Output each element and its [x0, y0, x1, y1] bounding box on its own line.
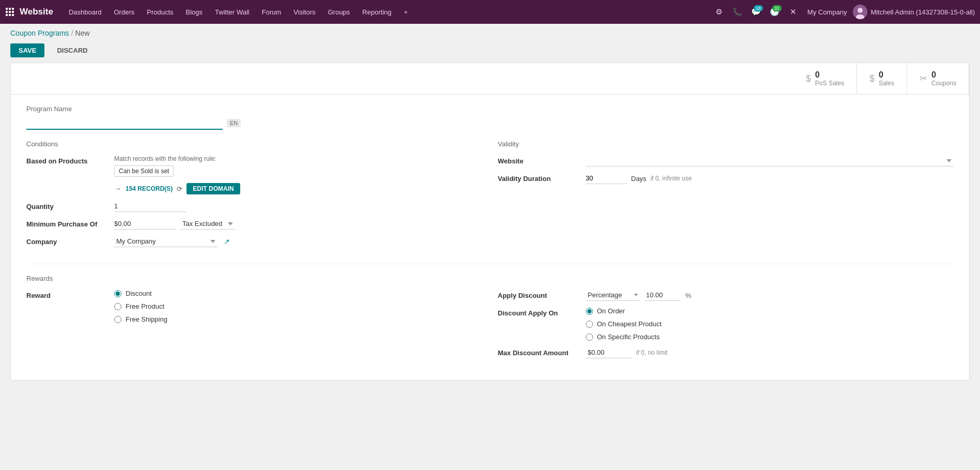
on-specific-radio[interactable] — [586, 333, 593, 341]
close-icon[interactable]: ✕ — [786, 4, 801, 20]
nav-orders[interactable]: Orders — [108, 6, 139, 18]
refresh-icon[interactable]: ⟳ — [177, 185, 182, 193]
svg-rect-4 — [9, 11, 11, 13]
nav-plus[interactable]: + — [399, 6, 413, 18]
validity-section: Validity Website Validity Duration — [498, 140, 954, 253]
program-name-input[interactable] — [26, 116, 223, 130]
reward-free-product-radio[interactable] — [114, 303, 121, 310]
breadcrumb-current: New — [75, 29, 90, 37]
on-cheapest-radio[interactable] — [586, 321, 593, 328]
percent-value-input[interactable] — [644, 290, 680, 301]
on-order-option[interactable]: On Order — [586, 307, 954, 315]
max-discount-label: Max Discount Amount — [498, 347, 581, 357]
quantity-row: Quantity — [26, 201, 483, 212]
nav-blogs[interactable]: Blogs — [181, 6, 208, 18]
nav-dashboard[interactable]: Dashboard — [64, 6, 107, 18]
minimum-purchase-input[interactable] — [114, 218, 176, 230]
reward-free-product-option[interactable]: Free Product — [114, 302, 483, 310]
avatar — [853, 5, 867, 19]
reward-free-shipping-option[interactable]: Free Shipping — [114, 315, 483, 323]
reward-options-control: Discount Free Product Free Shipping — [114, 290, 483, 323]
stat-sales[interactable]: $ 0 Sales — [857, 63, 907, 94]
minimum-purchase-label: Minimum Purchase Of — [26, 218, 109, 228]
pos-sales-icon: $ — [806, 73, 811, 84]
nav-reporting[interactable]: Reporting — [357, 6, 396, 18]
breadcrumb: Coupon Programs / New — [0, 24, 980, 40]
on-order-radio[interactable] — [586, 308, 593, 315]
svg-rect-5 — [12, 11, 14, 13]
save-button[interactable]: SAVE — [10, 43, 44, 57]
records-count[interactable]: 154 RECORD(S) — [126, 185, 173, 192]
nav-products[interactable]: Products — [142, 6, 178, 18]
chat-badge: 18 — [754, 5, 763, 11]
app-title[interactable]: Website — [20, 7, 53, 17]
match-text: Match records with the following rule: — [114, 155, 483, 162]
reward-options-col: Reward Discount Free Product — [26, 290, 483, 365]
svg-rect-7 — [9, 14, 11, 16]
top-nav: Website Dashboard Orders Products Blogs … — [0, 0, 980, 24]
website-select[interactable] — [586, 155, 954, 166]
tax-select[interactable]: Tax Excluded Tax Included — [180, 218, 235, 230]
based-on-products-label: Based on Products — [26, 155, 109, 165]
percentage-type-select[interactable]: Percentage Fixed Amount — [586, 290, 640, 301]
records-row: → 154 RECORD(S) ⟳ EDIT DOMAIN — [114, 183, 483, 194]
max-discount-input[interactable] — [586, 347, 632, 358]
program-name-input-wrapper: EN — [26, 116, 954, 130]
discard-button[interactable]: DISCARD — [49, 43, 96, 57]
on-specific-label: On Specific Products — [597, 333, 660, 341]
max-discount-control: if 0, no limit — [586, 347, 954, 358]
based-on-products-control: Match records with the following rule: C… — [114, 155, 483, 194]
stat-pos-sales[interactable]: $ 0 PoS Sales — [794, 63, 857, 94]
nav-visitors[interactable]: Visitors — [288, 6, 320, 18]
quantity-input[interactable] — [114, 201, 186, 212]
nav-company[interactable]: My Company — [807, 8, 847, 16]
chat-icon[interactable]: 💬 18 — [749, 4, 764, 20]
user-name: Mitchell Admin (14327308-15-0-all) — [870, 8, 975, 16]
nav-user[interactable]: Mitchell Admin (14327308-15-0-all) — [853, 5, 975, 19]
duration-row: Days if 0, infinite use — [586, 173, 954, 184]
duration-input[interactable] — [586, 173, 627, 184]
breadcrumb-separator: / — [71, 29, 73, 37]
settings-icon[interactable]: ⚙ — [711, 4, 727, 20]
on-order-label: On Order — [597, 307, 625, 315]
max-discount-row: Max Discount Amount if 0, no limit — [498, 347, 954, 358]
reward-radio-group: Discount Free Product Free Shipping — [114, 290, 483, 323]
nav-twitter-wall[interactable]: Twitter Wall — [210, 6, 255, 18]
quantity-label: Quantity — [26, 201, 109, 210]
reward-free-shipping-radio[interactable] — [114, 316, 121, 323]
reward-free-shipping-label: Free Shipping — [126, 315, 167, 323]
apply-discount-group: Percentage Fixed Amount % — [586, 290, 954, 301]
company-external-link-icon[interactable]: ↗ — [224, 237, 230, 246]
coupons-label: Coupons — [931, 80, 956, 87]
discount-apply-on-label: Discount Apply On — [498, 307, 581, 317]
reward-discount-option[interactable]: Discount — [114, 290, 483, 297]
arrow-icon: → — [114, 185, 121, 193]
company-label: Company — [26, 236, 109, 246]
svg-rect-0 — [6, 8, 8, 10]
on-specific-option[interactable]: On Specific Products — [586, 333, 954, 341]
website-label: Website — [498, 155, 581, 165]
website-row: Website — [498, 155, 954, 166]
svg-rect-2 — [12, 8, 14, 10]
reward-label: Reward — [26, 290, 109, 299]
on-cheapest-label: On Cheapest Product — [597, 320, 662, 328]
breadcrumb-parent[interactable]: Coupon Programs — [10, 29, 69, 37]
sales-icon: $ — [869, 73, 875, 84]
clock-icon[interactable]: 🕐 31 — [767, 4, 783, 20]
phone-icon[interactable]: 📞 — [730, 4, 745, 20]
max-discount-hint: if 0, no limit — [636, 349, 668, 356]
pos-sales-value: 0 — [815, 70, 844, 80]
svg-rect-8 — [12, 14, 14, 16]
nav-forum[interactable]: Forum — [257, 6, 287, 18]
on-cheapest-option[interactable]: On Cheapest Product — [586, 320, 954, 328]
stat-coupons[interactable]: ✂ 0 Coupons — [907, 63, 969, 94]
edit-domain-button[interactable]: EDIT DOMAIN — [186, 183, 240, 194]
app-menu-icon[interactable] — [5, 7, 14, 17]
program-name-section: Program Name EN — [26, 105, 954, 130]
reward-row: Reward Discount Free Product — [26, 290, 483, 323]
reward-discount-radio[interactable] — [114, 290, 121, 297]
company-select[interactable]: My Company — [114, 236, 217, 247]
domain-tag: Can be Sold is set — [114, 165, 174, 177]
nav-groups[interactable]: Groups — [323, 6, 355, 18]
conditions-title: Conditions — [26, 140, 483, 148]
